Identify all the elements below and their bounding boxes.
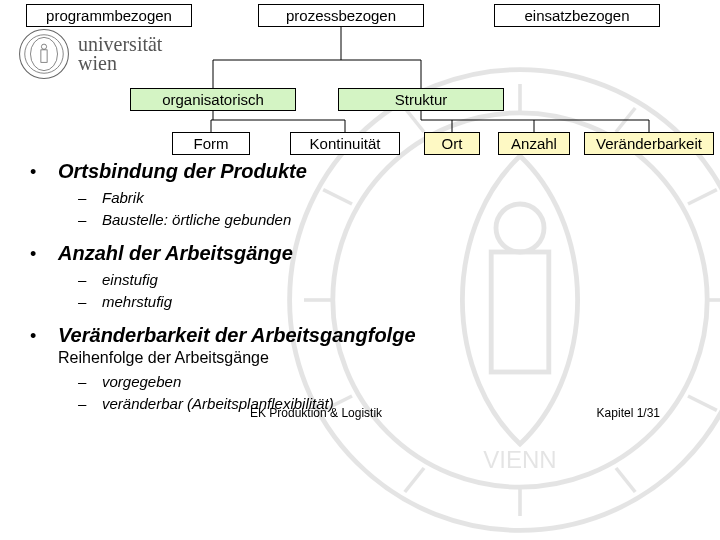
svg-point-32 xyxy=(30,37,57,70)
svg-line-13 xyxy=(616,468,635,492)
node-einsatzbezogen: einsatzbezogen xyxy=(494,4,660,27)
label: einsatzbezogen xyxy=(524,7,629,24)
bullet-item: Anzahl der Arbeitsgängeeinstufigmehrstuf… xyxy=(30,242,690,310)
node-form: Form xyxy=(172,132,250,155)
seal-icon xyxy=(18,28,70,80)
university-logo: universität wien xyxy=(18,28,162,80)
wordmark-line2: wien xyxy=(78,54,162,73)
sub-item: Baustelle: örtliche gebunden xyxy=(78,211,690,228)
label: Ort xyxy=(442,135,463,152)
wordmark: universität wien xyxy=(78,35,162,73)
bullet-title: Anzahl der Arbeitsgänge xyxy=(58,242,293,264)
node-ort: Ort xyxy=(424,132,480,155)
bullet-title: Veränderbarkeit der Arbeitsgangfolge xyxy=(58,324,416,346)
svg-point-34 xyxy=(41,44,46,49)
label: Anzahl xyxy=(511,135,557,152)
svg-text:VIENN: VIENN xyxy=(483,446,556,473)
sub-item: mehrstufig xyxy=(78,293,690,310)
footer-right: Kapitel 1/31 xyxy=(597,406,660,420)
sub-item: einstufig xyxy=(78,271,690,288)
label: Struktur xyxy=(395,91,448,108)
label: organisatorisch xyxy=(162,91,264,108)
label: programmbezogen xyxy=(46,7,172,24)
node-veraenderbarkeit: Veränderbarkeit xyxy=(584,132,714,155)
sub-item: Fabrik xyxy=(78,189,690,206)
bullet-item: Ortsbindung der ProdukteFabrikBaustelle:… xyxy=(30,160,690,228)
node-kontinuitaet: Kontinuität xyxy=(290,132,400,155)
footer-left: EK Produktion & Logistik xyxy=(250,406,382,420)
bullet-extra: Reihenfolge der Arbeitsgänge xyxy=(58,349,690,367)
label: Form xyxy=(194,135,229,152)
sub-item: vorgegeben xyxy=(78,373,690,390)
node-struktur: Struktur xyxy=(338,88,504,111)
svg-rect-33 xyxy=(41,50,47,62)
label: Veränderbarkeit xyxy=(596,135,702,152)
node-prozessbezogen: prozessbezogen xyxy=(258,4,424,27)
node-programmbezogen: programmbezogen xyxy=(26,4,192,27)
label: prozessbezogen xyxy=(286,7,396,24)
node-anzahl: Anzahl xyxy=(498,132,570,155)
node-organisatorisch: organisatorisch xyxy=(130,88,296,111)
svg-point-30 xyxy=(20,30,69,79)
svg-line-14 xyxy=(405,468,424,492)
label: Kontinuität xyxy=(310,135,381,152)
bullet-item: Veränderbarkeit der ArbeitsgangfolgeReih… xyxy=(30,324,690,412)
bullet-title: Ortsbindung der Produkte xyxy=(58,160,307,182)
